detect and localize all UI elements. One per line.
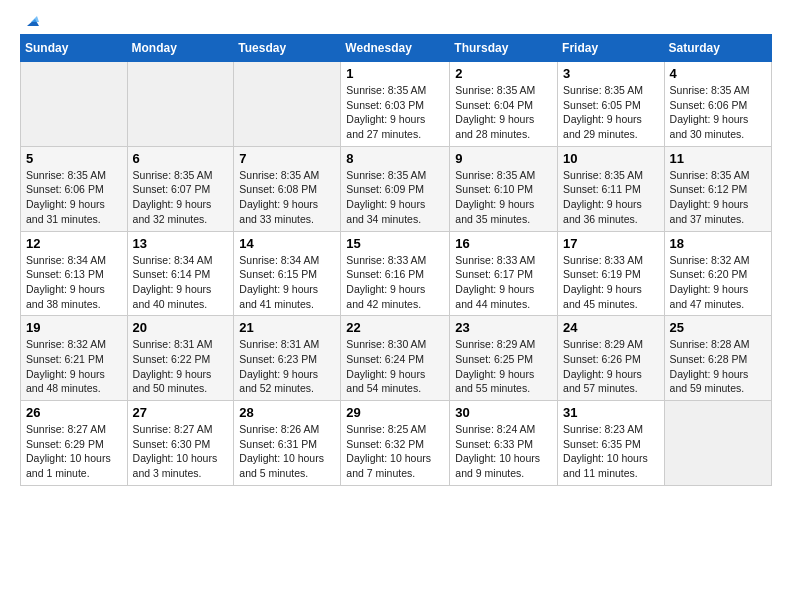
day-info: Sunrise: 8:33 AMSunset: 6:17 PMDaylight:… (455, 253, 552, 312)
calendar-week-row: 5Sunrise: 8:35 AMSunset: 6:06 PMDaylight… (21, 146, 772, 231)
calendar-cell: 9Sunrise: 8:35 AMSunset: 6:10 PMDaylight… (450, 146, 558, 231)
day-info: Sunrise: 8:35 AMSunset: 6:05 PMDaylight:… (563, 83, 659, 142)
day-number: 11 (670, 151, 766, 166)
calendar-cell: 30Sunrise: 8:24 AMSunset: 6:33 PMDayligh… (450, 401, 558, 486)
calendar-body: 1Sunrise: 8:35 AMSunset: 6:03 PMDaylight… (21, 62, 772, 486)
day-info: Sunrise: 8:35 AMSunset: 6:11 PMDaylight:… (563, 168, 659, 227)
calendar-cell: 7Sunrise: 8:35 AMSunset: 6:08 PMDaylight… (234, 146, 341, 231)
day-number: 28 (239, 405, 335, 420)
day-number: 6 (133, 151, 229, 166)
day-info: Sunrise: 8:34 AMSunset: 6:14 PMDaylight:… (133, 253, 229, 312)
day-number: 15 (346, 236, 444, 251)
day-number: 20 (133, 320, 229, 335)
logo (20, 20, 39, 24)
weekday-header-tuesday: Tuesday (234, 35, 341, 62)
day-number: 2 (455, 66, 552, 81)
day-number: 14 (239, 236, 335, 251)
weekday-header-friday: Friday (558, 35, 665, 62)
calendar-cell: 4Sunrise: 8:35 AMSunset: 6:06 PMDaylight… (664, 62, 771, 147)
calendar-cell: 18Sunrise: 8:32 AMSunset: 6:20 PMDayligh… (664, 231, 771, 316)
calendar-cell: 13Sunrise: 8:34 AMSunset: 6:14 PMDayligh… (127, 231, 234, 316)
weekday-header-monday: Monday (127, 35, 234, 62)
day-number: 9 (455, 151, 552, 166)
calendar-cell: 14Sunrise: 8:34 AMSunset: 6:15 PMDayligh… (234, 231, 341, 316)
day-number: 4 (670, 66, 766, 81)
day-info: Sunrise: 8:27 AMSunset: 6:29 PMDaylight:… (26, 422, 122, 481)
weekday-header-sunday: Sunday (21, 35, 128, 62)
day-info: Sunrise: 8:32 AMSunset: 6:21 PMDaylight:… (26, 337, 122, 396)
day-number: 23 (455, 320, 552, 335)
day-number: 30 (455, 405, 552, 420)
calendar-cell: 19Sunrise: 8:32 AMSunset: 6:21 PMDayligh… (21, 316, 128, 401)
day-info: Sunrise: 8:27 AMSunset: 6:30 PMDaylight:… (133, 422, 229, 481)
calendar-cell: 5Sunrise: 8:35 AMSunset: 6:06 PMDaylight… (21, 146, 128, 231)
day-info: Sunrise: 8:35 AMSunset: 6:07 PMDaylight:… (133, 168, 229, 227)
calendar-cell: 1Sunrise: 8:35 AMSunset: 6:03 PMDaylight… (341, 62, 450, 147)
day-info: Sunrise: 8:35 AMSunset: 6:09 PMDaylight:… (346, 168, 444, 227)
day-number: 8 (346, 151, 444, 166)
calendar-cell: 20Sunrise: 8:31 AMSunset: 6:22 PMDayligh… (127, 316, 234, 401)
day-number: 13 (133, 236, 229, 251)
calendar-cell: 25Sunrise: 8:28 AMSunset: 6:28 PMDayligh… (664, 316, 771, 401)
calendar-cell: 10Sunrise: 8:35 AMSunset: 6:11 PMDayligh… (558, 146, 665, 231)
day-number: 26 (26, 405, 122, 420)
svg-marker-1 (31, 16, 39, 22)
calendar-cell: 2Sunrise: 8:35 AMSunset: 6:04 PMDaylight… (450, 62, 558, 147)
calendar-cell: 12Sunrise: 8:34 AMSunset: 6:13 PMDayligh… (21, 231, 128, 316)
day-number: 27 (133, 405, 229, 420)
day-number: 10 (563, 151, 659, 166)
calendar-week-row: 12Sunrise: 8:34 AMSunset: 6:13 PMDayligh… (21, 231, 772, 316)
calendar-header: SundayMondayTuesdayWednesdayThursdayFrid… (21, 35, 772, 62)
day-info: Sunrise: 8:23 AMSunset: 6:35 PMDaylight:… (563, 422, 659, 481)
calendar-cell: 22Sunrise: 8:30 AMSunset: 6:24 PMDayligh… (341, 316, 450, 401)
weekday-header-wednesday: Wednesday (341, 35, 450, 62)
calendar-cell (21, 62, 128, 147)
day-number: 5 (26, 151, 122, 166)
calendar-cell (127, 62, 234, 147)
calendar-cell: 28Sunrise: 8:26 AMSunset: 6:31 PMDayligh… (234, 401, 341, 486)
day-number: 16 (455, 236, 552, 251)
calendar-cell (234, 62, 341, 147)
calendar-cell: 27Sunrise: 8:27 AMSunset: 6:30 PMDayligh… (127, 401, 234, 486)
day-info: Sunrise: 8:33 AMSunset: 6:19 PMDaylight:… (563, 253, 659, 312)
day-info: Sunrise: 8:32 AMSunset: 6:20 PMDaylight:… (670, 253, 766, 312)
logo-icon (23, 12, 39, 28)
day-info: Sunrise: 8:29 AMSunset: 6:26 PMDaylight:… (563, 337, 659, 396)
calendar-week-row: 26Sunrise: 8:27 AMSunset: 6:29 PMDayligh… (21, 401, 772, 486)
calendar-cell: 8Sunrise: 8:35 AMSunset: 6:09 PMDaylight… (341, 146, 450, 231)
calendar-cell: 24Sunrise: 8:29 AMSunset: 6:26 PMDayligh… (558, 316, 665, 401)
calendar-cell: 15Sunrise: 8:33 AMSunset: 6:16 PMDayligh… (341, 231, 450, 316)
day-info: Sunrise: 8:24 AMSunset: 6:33 PMDaylight:… (455, 422, 552, 481)
day-number: 1 (346, 66, 444, 81)
calendar-cell: 21Sunrise: 8:31 AMSunset: 6:23 PMDayligh… (234, 316, 341, 401)
day-info: Sunrise: 8:35 AMSunset: 6:04 PMDaylight:… (455, 83, 552, 142)
calendar-cell: 6Sunrise: 8:35 AMSunset: 6:07 PMDaylight… (127, 146, 234, 231)
day-info: Sunrise: 8:31 AMSunset: 6:22 PMDaylight:… (133, 337, 229, 396)
day-info: Sunrise: 8:35 AMSunset: 6:12 PMDaylight:… (670, 168, 766, 227)
day-number: 29 (346, 405, 444, 420)
day-info: Sunrise: 8:28 AMSunset: 6:28 PMDaylight:… (670, 337, 766, 396)
day-info: Sunrise: 8:25 AMSunset: 6:32 PMDaylight:… (346, 422, 444, 481)
day-number: 3 (563, 66, 659, 81)
calendar-cell: 16Sunrise: 8:33 AMSunset: 6:17 PMDayligh… (450, 231, 558, 316)
day-number: 24 (563, 320, 659, 335)
day-info: Sunrise: 8:35 AMSunset: 6:06 PMDaylight:… (670, 83, 766, 142)
day-info: Sunrise: 8:35 AMSunset: 6:06 PMDaylight:… (26, 168, 122, 227)
weekday-header-row: SundayMondayTuesdayWednesdayThursdayFrid… (21, 35, 772, 62)
day-number: 17 (563, 236, 659, 251)
calendar-table: SundayMondayTuesdayWednesdayThursdayFrid… (20, 34, 772, 486)
day-number: 18 (670, 236, 766, 251)
day-info: Sunrise: 8:29 AMSunset: 6:25 PMDaylight:… (455, 337, 552, 396)
weekday-header-thursday: Thursday (450, 35, 558, 62)
calendar-cell: 29Sunrise: 8:25 AMSunset: 6:32 PMDayligh… (341, 401, 450, 486)
day-number: 7 (239, 151, 335, 166)
day-number: 25 (670, 320, 766, 335)
day-number: 19 (26, 320, 122, 335)
calendar-cell (664, 401, 771, 486)
day-info: Sunrise: 8:35 AMSunset: 6:08 PMDaylight:… (239, 168, 335, 227)
page-header (20, 20, 772, 24)
day-number: 21 (239, 320, 335, 335)
day-info: Sunrise: 8:34 AMSunset: 6:15 PMDaylight:… (239, 253, 335, 312)
calendar-cell: 23Sunrise: 8:29 AMSunset: 6:25 PMDayligh… (450, 316, 558, 401)
day-info: Sunrise: 8:26 AMSunset: 6:31 PMDaylight:… (239, 422, 335, 481)
